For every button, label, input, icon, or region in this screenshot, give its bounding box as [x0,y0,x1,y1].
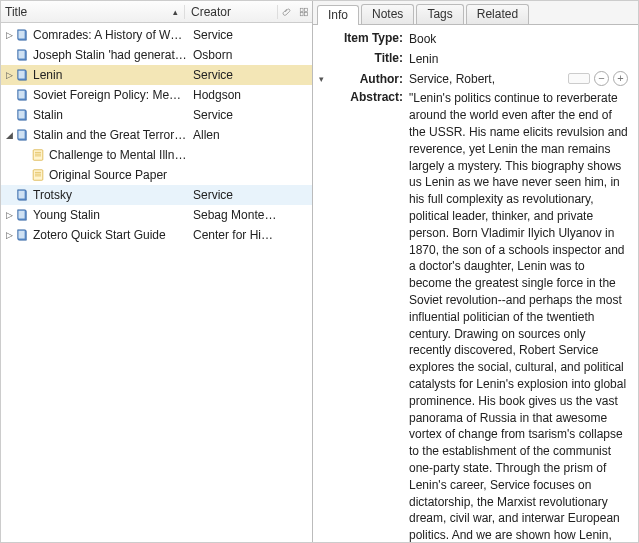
book-icon [15,88,29,102]
item-creator-text: Sebag Monte… [187,208,312,222]
item-title-text: Joseph Stalin 'had generati… [33,48,187,62]
item-list-panel: Title ▴ Creator ▷Comrades: A History of … [1,1,313,542]
note-icon [31,168,45,182]
item-stalin-great-terror[interactable]: ◢Stalin and the Great Terror…Allen [1,125,312,145]
svg-rect-2 [300,12,303,15]
column-headers: Title ▴ Creator [1,1,312,23]
item-title-text: Stalin and the Great Terror… [33,128,186,142]
item-trotsky[interactable]: TrotskyService [1,185,312,205]
cell-title: Stalin [3,108,187,122]
book-icon [15,188,29,202]
author-label: Author: [332,72,409,86]
field-item-type: Item Type: Book [319,31,628,48]
column-title[interactable]: Title ▴ [1,5,185,19]
item-title-text: Young Stalin [33,208,100,222]
item-title-text: Challenge to Mental Illn… [49,148,186,162]
item-creator-text: Service [187,108,312,122]
item-type-value[interactable]: Book [409,31,628,48]
book-icon [15,128,29,142]
item-zotero-guide[interactable]: ▷Zotero Quick Start GuideCenter for Hi… [1,225,312,245]
svg-rect-4 [33,150,43,161]
title-label: Title: [319,51,409,65]
item-lenin[interactable]: ▷LeninService [1,65,312,85]
book-icon [15,48,29,62]
item-creator-text: Hodgson [187,88,312,102]
item-tree[interactable]: ▷Comrades: A History of W…ServiceJoseph … [1,23,312,542]
item-title-text: Comrades: A History of W… [33,28,182,42]
tab-info[interactable]: Info [317,5,359,25]
item-joseph-stalin[interactable]: Joseph Stalin 'had generati…Osborn [1,45,312,65]
item-title-text: Stalin [33,108,63,122]
item-young-stalin[interactable]: ▷Young StalinSebag Monte… [1,205,312,225]
item-creator-text: Allen [187,128,312,142]
cell-title: ◢Stalin and the Great Terror… [3,128,187,142]
item-stalin[interactable]: StalinService [1,105,312,125]
svg-rect-8 [33,170,43,181]
item-creator-text: Center for Hi… [187,228,312,242]
twisty-icon[interactable]: ▷ [3,210,15,220]
item-title-text: Zotero Quick Start Guide [33,228,166,242]
tab-notes[interactable]: Notes [361,4,414,24]
item-creator-text: Service [187,188,312,202]
name-mode-toggle[interactable] [568,73,590,84]
twisty-icon[interactable]: ▷ [3,230,15,240]
item-original-source[interactable]: Original Source Paper [1,165,312,185]
cell-title: Challenge to Mental Illn… [19,148,187,162]
app-window: Title ▴ Creator ▷Comrades: A History of … [0,0,639,543]
cell-title: ▷Lenin [3,68,187,82]
column-creator-label: Creator [191,5,231,19]
tab-related[interactable]: Related [466,4,529,24]
field-abstract: Abstract: "Lenin's politics continue to … [319,90,628,542]
twisty-icon[interactable]: ▷ [3,70,15,80]
item-comrades[interactable]: ▷Comrades: A History of W…Service [1,25,312,45]
column-extra[interactable] [278,7,312,17]
book-icon [15,28,29,42]
item-title-text: Original Source Paper [49,168,167,182]
item-soviet-foreign-policy[interactable]: Soviet Foreign Policy: Men…Hodgson [1,85,312,105]
abstract-label: Abstract: [319,90,409,104]
abstract-value[interactable]: "Lenin's politics continue to reverberat… [409,90,628,542]
field-author: ▾ Author: Service, Robert, − + [319,71,628,88]
twisty-icon[interactable]: ◢ [3,130,15,140]
book-icon [15,108,29,122]
item-title-text: Trotsky [33,188,72,202]
cell-title: ▷Zotero Quick Start Guide [3,228,187,242]
column-title-label: Title [5,5,27,19]
cell-title: Soviet Foreign Policy: Men… [3,88,187,102]
item-challenge-mental[interactable]: Challenge to Mental Illn… [1,145,312,165]
cell-title: Joseph Stalin 'had generati… [3,48,187,62]
item-type-label: Item Type: [319,31,409,45]
twisty-icon[interactable]: ▷ [3,30,15,40]
author-value[interactable]: Service, Robert, [409,71,495,88]
author-controls: − + [568,71,628,86]
column-creator[interactable]: Creator [185,5,278,19]
author-expand-icon[interactable]: ▾ [319,74,329,84]
details-panel: Info Notes Tags Related Item Type: Book … [313,1,638,542]
attachment-icon [282,7,292,17]
column-picker-icon [299,7,309,17]
sort-asc-icon: ▴ [173,7,178,17]
cell-title: ▷Young Stalin [3,208,187,222]
add-author-button[interactable]: + [613,71,628,86]
item-title-text: Soviet Foreign Policy: Men… [33,88,187,102]
cell-title: Trotsky [3,188,187,202]
svg-rect-1 [304,8,307,11]
svg-rect-0 [300,8,303,11]
note-icon [31,148,45,162]
detail-body: Item Type: Book Title: Lenin ▾ Author: S… [313,25,638,542]
field-title: Title: Lenin [319,51,628,68]
tab-tags[interactable]: Tags [416,4,463,24]
item-title-text: Lenin [33,68,62,82]
item-creator-text: Osborn [187,48,312,62]
detail-tabs: Info Notes Tags Related [313,1,638,25]
cell-title: ▷Comrades: A History of W… [3,28,187,42]
remove-author-button[interactable]: − [594,71,609,86]
title-value[interactable]: Lenin [409,51,628,68]
item-creator-text: Service [187,68,312,82]
cell-title: Original Source Paper [19,168,187,182]
book-icon [15,208,29,222]
svg-rect-3 [304,12,307,15]
book-icon [15,228,29,242]
item-creator-text: Service [187,28,312,42]
book-icon [15,68,29,82]
